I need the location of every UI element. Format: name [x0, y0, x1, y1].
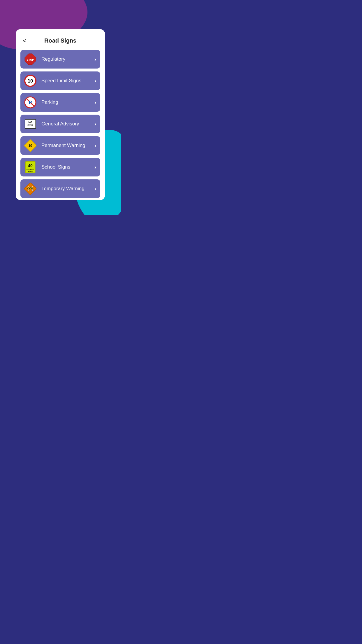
svg-text:SCHOOL: SCHOOL — [27, 169, 34, 171]
header: < Road Signs — [16, 29, 105, 50]
general-advisory-chevron: › — [94, 121, 96, 127]
svg-text:10: 10 — [28, 144, 32, 148]
speed-limit-label: Speed Limit Signs — [41, 78, 94, 84]
temporary-warning-label: Temporary Warning — [41, 186, 94, 192]
svg-text:🚧: 🚧 — [27, 185, 34, 192]
parking-label: Parking — [41, 99, 94, 105]
list-item-permanent-warning[interactable]: 10 Permanent Warning › — [20, 136, 100, 155]
svg-text:10: 10 — [28, 78, 33, 83]
svg-text:NO: NO — [28, 121, 32, 124]
parking-icon: P — [23, 95, 37, 109]
regulatory-icon: STOP — [23, 52, 37, 66]
svg-text:40: 40 — [28, 163, 33, 168]
page-title: Road Signs — [44, 37, 76, 44]
speed-limit-chevron: › — [94, 78, 96, 84]
permanent-warning-chevron: › — [94, 143, 96, 149]
temporary-warning-icon: 🚧 — [23, 182, 37, 196]
general-advisory-icon: NO EXIT — [23, 117, 37, 131]
main-card: < Road Signs STOP Regulatory › 10 — [16, 29, 105, 200]
permanent-warning-label: Permanent Warning — [41, 143, 94, 148]
list-item-parking[interactable]: P Parking › — [20, 93, 100, 112]
list-item-regulatory[interactable]: STOP Regulatory › — [20, 50, 100, 69]
speed-limit-icon: 10 — [23, 74, 37, 88]
parking-chevron: › — [94, 99, 96, 106]
school-signs-chevron: › — [94, 164, 96, 170]
general-advisory-label: General Advisory — [41, 121, 94, 127]
category-list: STOP Regulatory › 10 Speed Limit Signs › — [16, 50, 105, 200]
back-button[interactable]: < — [20, 36, 29, 46]
regulatory-chevron: › — [94, 56, 96, 62]
list-item-general-advisory[interactable]: NO EXIT General Advisory › — [20, 115, 100, 133]
school-signs-icon: 40 SCHOOL ZONE — [23, 160, 37, 174]
svg-text:P: P — [29, 100, 32, 105]
permanent-warning-icon: 10 — [23, 139, 37, 153]
temporary-warning-chevron: › — [94, 186, 96, 192]
regulatory-label: Regulatory — [41, 56, 94, 62]
school-signs-label: School Signs — [41, 164, 94, 170]
svg-text:EXIT: EXIT — [27, 124, 33, 127]
list-item-school-signs[interactable]: 40 SCHOOL ZONE School Signs › — [20, 158, 100, 176]
svg-text:ZONE: ZONE — [28, 171, 33, 173]
list-item-speed-limit[interactable]: 10 Speed Limit Signs › — [20, 71, 100, 90]
list-item-temporary-warning[interactable]: 🚧 Temporary Warning › — [20, 179, 100, 198]
svg-text:STOP: STOP — [27, 58, 34, 61]
